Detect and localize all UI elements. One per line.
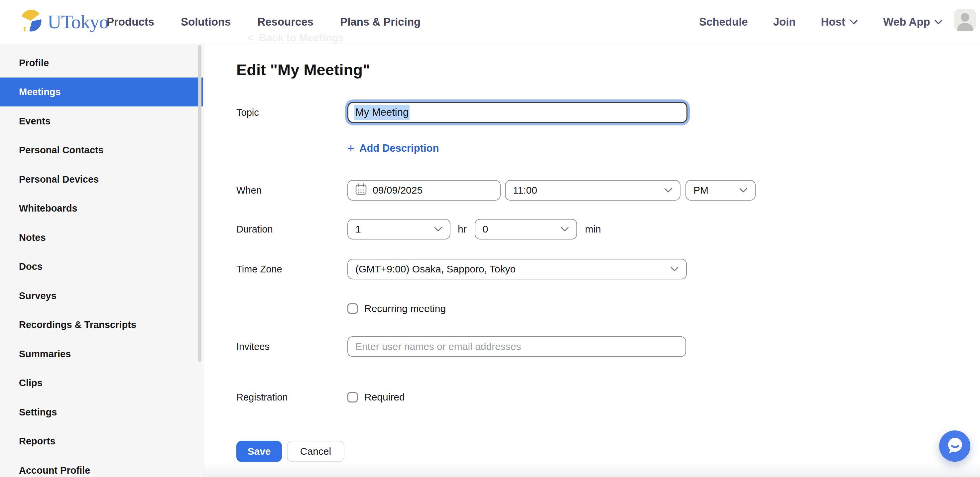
page-title: Edit "My Meeting" [236,61,370,79]
timezone-value: (GMT+9:00) Osaka, Sapporo, Tokyo [355,263,515,275]
page: < Back to Meetings UTokyo Products Solut… [0,0,980,477]
sidebar-item-whiteboards[interactable]: Whiteboards [0,194,203,223]
duration-label: Duration [236,224,347,235]
plus-icon: + [347,142,354,154]
chevron-down-icon [739,188,748,193]
nav-schedule[interactable]: Schedule [699,16,748,28]
support-chat-button[interactable] [939,431,970,462]
nav-products[interactable]: Products [107,16,154,28]
duration-minutes-value: 0 [483,223,488,235]
chevron-down-icon [560,227,569,232]
add-description-label: Add Description [360,142,439,154]
duration-row: Duration 1 hr 0 min [236,219,601,239]
date-value: 09/09/2025 [373,185,423,196]
meridiem-value: PM [694,185,708,196]
invitees-row: Invitees [236,336,686,357]
topic-selected-text: My Meeting [354,105,410,120]
recurring-label: Recurring meeting [364,303,446,314]
timezone-label: Time Zone [236,264,347,275]
nav-solutions[interactable]: Solutions [181,16,231,28]
sidebar-item-settings[interactable]: Settings [0,398,203,427]
nav-host[interactable]: Host [821,16,858,28]
registration-required-label: Required [364,391,405,403]
minutes-unit-label: min [585,223,601,235]
sidebar-item-surveys[interactable]: Surveys [0,281,203,310]
sidebar-item-reports[interactable]: Reports [0,427,203,456]
registration-label: Registration [236,392,347,403]
nav-plans-pricing[interactable]: Plans & Pricing [340,16,420,28]
chat-smiley-icon [946,436,964,456]
back-link-label: Back to Meetings [259,32,344,44]
topic-row: Topic My Meeting [236,101,687,124]
date-picker[interactable]: 09/09/2025 [347,180,501,201]
cancel-button[interactable]: Cancel [287,441,344,462]
avatar[interactable] [954,9,976,31]
utokyo-logo[interactable]: UTokyo [19,0,108,43]
sidebar-item-meetings[interactable]: Meetings [0,78,203,107]
logo-text: UTokyo [48,11,108,33]
invitees-input[interactable] [347,336,686,357]
timezone-row: Time Zone (GMT+9:00) Osaka, Sapporo, Tok… [236,259,687,279]
recurring-row: Recurring meeting [347,301,446,316]
hours-unit-label: hr [458,223,467,235]
sidebar-item-personal-contacts[interactable]: Personal Contacts [0,136,203,165]
chevron-down-icon [434,227,442,232]
meridiem-select[interactable]: PM [686,180,756,201]
registration-required-checkbox[interactable] [347,392,358,402]
sidebar-item-events[interactable]: Events [0,107,203,136]
bottom-fade [204,462,980,477]
sidebar-item-notes[interactable]: Notes [0,223,203,252]
back-to-meetings-link[interactable]: < Back to Meetings [248,32,344,44]
duration-minutes-select[interactable]: 0 [475,219,577,239]
ginkgo-leaf-icon [19,9,43,35]
save-button[interactable]: Save [236,441,282,462]
nav-join[interactable]: Join [773,16,796,28]
avatar-head [961,13,969,22]
sidebar: Profile Meetings Events Personal Contact… [0,44,204,477]
chevron-down-icon [934,19,943,25]
sidebar-item-docs[interactable]: Docs [0,252,203,281]
chevron-down-icon [670,266,679,272]
recurring-checkbox[interactable] [347,303,358,314]
nav-web-app[interactable]: Web App [883,16,943,28]
calendar-icon [355,183,368,198]
chevron-down-icon [850,19,858,25]
sidebar-item-profile[interactable]: Profile [0,49,203,78]
top-nav-bar: UTokyo Products Solutions Resources Plan… [0,0,980,44]
sidebar-item-personal-devices[interactable]: Personal Devices [0,165,203,194]
sidebar-item-recordings[interactable]: Recordings & Transcripts [0,310,203,339]
time-select[interactable]: 11:00 [505,180,681,201]
add-description-button[interactable]: + Add Description [347,142,439,154]
sidebar-scrollbar[interactable] [198,45,202,362]
registration-row: Registration Required [236,387,405,407]
chevron-down-icon [664,188,673,193]
nav-resources[interactable]: Resources [257,16,313,28]
duration-hours-value: 1 [355,223,361,235]
when-row: When 09/09/2025 11:00 PM [236,180,756,201]
topic-label: Topic [236,107,347,118]
sidebar-item-account-profile[interactable]: Account Profile [0,456,203,477]
avatar-shoulders [958,23,973,31]
back-arrow-icon: < [248,32,254,44]
sidebar-item-clips[interactable]: Clips [0,369,203,397]
time-value: 11:00 [513,185,537,196]
sidebar-item-summaries[interactable]: Summaries [0,340,203,369]
duration-hours-select[interactable]: 1 [347,219,450,239]
secondary-nav: Schedule Join Host Web App [699,0,943,43]
timezone-select[interactable]: (GMT+9:00) Osaka, Sapporo, Tokyo [347,259,687,279]
topic-input[interactable]: My Meeting [347,102,687,123]
when-label: When [236,185,347,196]
invitees-label: Invitees [236,341,347,352]
